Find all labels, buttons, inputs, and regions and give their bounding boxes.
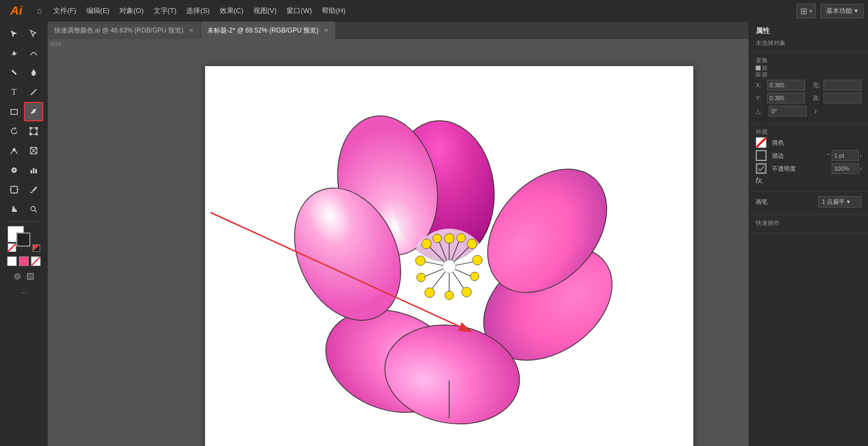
width-label: 宽:	[813, 81, 821, 89]
x-input[interactable]	[767, 80, 805, 91]
y-label: Y:	[756, 95, 764, 101]
menubar: Ai ⌂ 文件(F) 编辑(E) 对象(O) 文字(T) 选择(S) 效果(C)…	[0, 0, 868, 22]
svg-point-52	[467, 239, 477, 249]
svg-rect-4	[11, 109, 17, 114]
height-input[interactable]	[824, 93, 861, 104]
appearance-section: 外观 填色 描边 ⌃ › 不透明度 ›	[749, 124, 868, 192]
opacity-checkbox[interactable]	[756, 163, 767, 174]
menu-object[interactable]: 对象(O)	[115, 4, 148, 18]
stroke-value-input[interactable]	[832, 150, 859, 161]
svg-rect-18	[35, 169, 37, 173]
zoom-tool[interactable]	[24, 199, 43, 219]
tabbar: 快速调整颜色.ai @ 46.63% (RGB/GPU 预览) ✕ 未标题-2*…	[48, 22, 749, 39]
svg-line-26	[35, 210, 37, 212]
swatch-pink[interactable]	[19, 256, 29, 266]
symbol-tool[interactable]	[4, 160, 24, 180]
tab-2[interactable]: 未标题-2* @ 69.52% (RGB/GPU 预览) ✕	[201, 22, 336, 39]
svg-point-51	[457, 234, 465, 242]
puppet-warp-tool[interactable]	[24, 141, 43, 160]
x-label: X:	[756, 82, 764, 88]
swatch-white[interactable]	[7, 256, 17, 266]
fill-label: 填色	[772, 139, 784, 147]
svg-rect-0	[11, 69, 17, 75]
stroke-icon[interactable]	[756, 150, 767, 161]
menu-text[interactable]: 文字(T)	[149, 4, 181, 18]
menu-view[interactable]: 视图(V)	[249, 4, 281, 18]
tool-row-10	[0, 199, 48, 219]
svg-point-25	[31, 206, 35, 211]
opacity-controls: ›	[832, 163, 861, 174]
svg-point-55	[462, 287, 471, 297]
dropper-tool2[interactable]	[24, 180, 43, 199]
brush-value: 1 点扁平	[822, 198, 845, 206]
svg-rect-16	[30, 170, 32, 173]
svg-point-58	[417, 273, 425, 282]
tab-2-close[interactable]: ✕	[324, 27, 329, 34]
tab-2-label: 未标题-2* @ 69.52% (RGB/GPU 预览)	[207, 26, 318, 35]
brush-dropdown[interactable]: 1 点扁平 ▾	[818, 196, 861, 208]
transform-tool[interactable]	[24, 121, 43, 141]
y-input[interactable]	[767, 93, 805, 104]
expand-transform-icon[interactable]: ›	[814, 107, 817, 115]
direct-selection-tool[interactable]	[24, 24, 43, 43]
rotate-input[interactable]	[769, 106, 807, 117]
selection-tool[interactable]	[4, 24, 24, 43]
width-input[interactable]	[824, 80, 861, 91]
pen-tool[interactable]	[4, 43, 24, 63]
rotate-tool[interactable]	[4, 121, 24, 141]
transform-grid-icon[interactable]	[756, 66, 768, 77]
flower-illustration	[248, 82, 650, 440]
opacity-row: 不透明度 ›	[756, 163, 861, 174]
swap-colors-icon[interactable]	[33, 244, 40, 252]
menu-file[interactable]: 文件(F)	[49, 4, 81, 18]
fx-label: fx.	[756, 176, 764, 185]
hand-tool[interactable]	[4, 199, 24, 219]
opacity-expand-icon[interactable]: ›	[860, 166, 861, 172]
menu-help[interactable]: 帮助(H)	[317, 4, 350, 18]
menu-select[interactable]: 选择(S)	[182, 4, 214, 18]
column-graph-tool[interactable]	[24, 160, 43, 180]
tool-row-1	[0, 24, 48, 43]
tab-1-close[interactable]: ✕	[189, 27, 194, 34]
tool-row-6	[0, 121, 48, 141]
fill-icon[interactable]	[756, 137, 767, 148]
eyedropper-tool[interactable]	[24, 102, 43, 121]
home-button[interactable]: ⌂	[31, 3, 48, 19]
brush-section: 画笔 1 点扁平 ▾	[749, 192, 868, 215]
menu-edit[interactable]: 编辑(E)	[82, 4, 114, 18]
opacity-value-input[interactable]	[832, 163, 859, 174]
pencil-tool[interactable]	[4, 63, 24, 82]
svg-point-50	[444, 234, 454, 243]
svg-point-54	[470, 272, 479, 281]
svg-rect-17	[33, 168, 35, 173]
rectangle-tool[interactable]	[4, 102, 24, 121]
more-tools-icon[interactable]: ···	[14, 286, 34, 299]
screen-mode-icon[interactable]	[24, 270, 36, 282]
svg-point-53	[473, 255, 482, 265]
blob-brush-tool[interactable]	[24, 63, 43, 82]
transform-grid-row	[756, 66, 861, 77]
artboard[interactable]	[205, 66, 693, 446]
menu-window[interactable]: 窗口(W)	[282, 4, 316, 18]
curvature-tool[interactable]	[24, 43, 43, 63]
draw-behind-icon[interactable]	[11, 270, 23, 282]
svg-rect-24	[30, 192, 33, 193]
tool-row-7	[0, 141, 48, 160]
type-tool[interactable]: T	[4, 82, 24, 102]
stroke-expand-icon[interactable]: ›	[860, 153, 861, 159]
line-tool[interactable]	[24, 82, 43, 102]
artboard-tool[interactable]	[4, 180, 24, 199]
fill-row: 填色	[756, 137, 861, 148]
canvas-ruler-label: MINI	[50, 41, 61, 47]
swatch-slash[interactable]	[31, 256, 41, 266]
y-row: Y: 高:	[756, 93, 861, 104]
stroke-color[interactable]	[16, 232, 30, 247]
tool-row-3	[0, 63, 48, 82]
warp-tool[interactable]	[4, 141, 24, 160]
svg-point-10	[13, 148, 15, 151]
workspace-selector[interactable]: 基本功能 ▾	[820, 4, 864, 18]
tab-1[interactable]: 快速调整颜色.ai @ 46.63% (RGB/GPU 预览) ✕	[48, 22, 201, 39]
reset-colors-icon[interactable]	[8, 243, 16, 252]
tool-row-bottom2: ···	[14, 286, 34, 299]
menu-effect[interactable]: 效果(C)	[215, 4, 248, 18]
